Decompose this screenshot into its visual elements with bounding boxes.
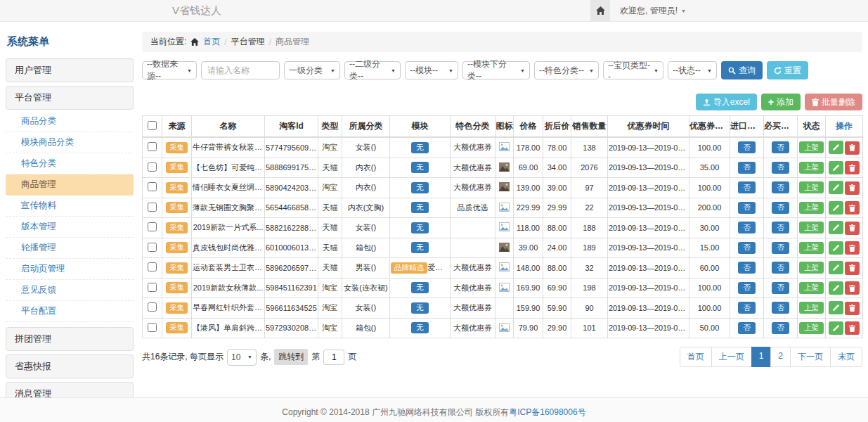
must-buy-toggle[interactable]: 否 bbox=[772, 202, 789, 214]
edit-button[interactable] bbox=[829, 321, 843, 335]
sidebar-item[interactable]: 模块商品分类 bbox=[6, 132, 134, 153]
sidebar-section-header[interactable]: 拼团管理 bbox=[6, 327, 134, 351]
filter-select[interactable]: 一级分类▼ bbox=[284, 61, 340, 79]
import-select-toggle[interactable]: 否 bbox=[738, 162, 756, 174]
icp-link[interactable]: 粤ICP备16098006号 bbox=[509, 407, 585, 417]
sidebar-item[interactable]: 商品分类 bbox=[6, 111, 134, 132]
row-checkbox[interactable] bbox=[148, 162, 157, 172]
edit-button[interactable] bbox=[829, 301, 843, 314]
status-toggle[interactable]: 上架 bbox=[799, 181, 824, 193]
row-checkbox[interactable] bbox=[148, 203, 157, 212]
must-buy-toggle[interactable]: 否 bbox=[772, 222, 789, 234]
sidebar-section-header[interactable]: 平台管理 bbox=[6, 86, 134, 110]
delete-button[interactable] bbox=[845, 262, 860, 275]
filter-select[interactable]: --模块下分类--▼ bbox=[462, 61, 530, 79]
must-buy-toggle[interactable]: 否 bbox=[772, 181, 789, 193]
pager-item[interactable]: 1 bbox=[751, 347, 772, 367]
search-button[interactable]: 查询 bbox=[721, 61, 763, 79]
import-select-toggle[interactable]: 否 bbox=[738, 202, 756, 214]
edit-button[interactable] bbox=[829, 281, 843, 295]
row-checkbox[interactable] bbox=[148, 182, 157, 191]
must-buy-toggle[interactable]: 否 bbox=[772, 262, 789, 274]
row-checkbox[interactable] bbox=[148, 222, 157, 231]
delete-button[interactable] bbox=[845, 281, 860, 295]
sidebar-item[interactable]: 版本管理 bbox=[6, 217, 134, 238]
row-checkbox[interactable] bbox=[148, 302, 157, 312]
edit-button[interactable] bbox=[829, 181, 843, 194]
status-toggle[interactable]: 上架 bbox=[799, 322, 824, 334]
filter-select[interactable]: --二级分类--▼ bbox=[344, 61, 401, 79]
filter-select[interactable]: --状态--▼ bbox=[668, 61, 717, 79]
must-buy-toggle[interactable]: 否 bbox=[772, 302, 789, 314]
status-toggle[interactable]: 上架 bbox=[799, 302, 824, 314]
delete-button[interactable] bbox=[845, 222, 860, 235]
reset-button[interactable]: 重置 bbox=[767, 61, 808, 79]
delete-button[interactable] bbox=[845, 161, 860, 174]
per-page-select[interactable]: 10 ▼ bbox=[227, 349, 257, 366]
breadcrumb-home-link[interactable]: 首页 bbox=[203, 36, 220, 48]
delete-button[interactable] bbox=[845, 321, 860, 335]
filter-select[interactable]: --宝贝类型--▼ bbox=[603, 61, 663, 79]
edit-button[interactable] bbox=[829, 141, 843, 154]
import-select-toggle[interactable]: 否 bbox=[738, 141, 756, 153]
must-buy-toggle[interactable]: 否 bbox=[772, 322, 789, 334]
edit-button[interactable] bbox=[829, 161, 843, 174]
delete-button[interactable] bbox=[845, 181, 860, 195]
import-select-toggle[interactable]: 否 bbox=[738, 262, 756, 274]
row-checkbox[interactable] bbox=[148, 243, 157, 252]
must-buy-toggle[interactable]: 否 bbox=[772, 282, 789, 294]
filter-select[interactable]: --数据来源--▼ bbox=[142, 61, 197, 79]
import-excel-button[interactable]: 导入excel bbox=[696, 94, 757, 110]
home-button[interactable] bbox=[590, 0, 610, 21]
import-select-toggle[interactable]: 否 bbox=[738, 181, 756, 193]
import-select-toggle[interactable]: 否 bbox=[738, 242, 756, 254]
select-all-checkbox[interactable] bbox=[148, 121, 157, 130]
import-select-toggle[interactable]: 否 bbox=[738, 302, 756, 314]
sidebar-item[interactable]: 轮播管理 bbox=[6, 238, 134, 259]
sidebar-item[interactable]: 意见反馈 bbox=[6, 280, 134, 301]
delete-button[interactable] bbox=[845, 141, 860, 155]
status-toggle[interactable]: 上架 bbox=[799, 162, 824, 174]
edit-button[interactable] bbox=[829, 201, 843, 215]
row-checkbox[interactable] bbox=[148, 283, 157, 292]
edit-button[interactable] bbox=[829, 221, 843, 234]
must-buy-toggle[interactable]: 否 bbox=[772, 162, 789, 174]
status-toggle[interactable]: 上架 bbox=[799, 282, 824, 294]
import-select-toggle[interactable]: 否 bbox=[738, 222, 756, 234]
sidebar-item[interactable]: 启动页管理 bbox=[6, 259, 134, 280]
pager-item[interactable]: 末页 bbox=[830, 347, 862, 367]
status-toggle[interactable]: 上架 bbox=[799, 202, 824, 214]
filter-select[interactable]: --特色分类--▼ bbox=[534, 61, 599, 79]
sidebar-item[interactable]: 商品管理 bbox=[6, 174, 134, 196]
edit-button[interactable] bbox=[829, 241, 843, 255]
pager-item[interactable]: 上一页 bbox=[711, 347, 752, 367]
sidebar-section-header[interactable]: 省惠快报 bbox=[6, 354, 134, 378]
sidebar-item[interactable]: 特色分类 bbox=[6, 153, 134, 174]
status-toggle[interactable]: 上架 bbox=[799, 262, 824, 274]
pager-item[interactable]: 下一页 bbox=[790, 347, 831, 367]
status-toggle[interactable]: 上架 bbox=[799, 222, 824, 234]
sidebar-section-header[interactable]: 用户管理 bbox=[6, 58, 134, 82]
sidebar-item[interactable]: 宣传物料 bbox=[6, 196, 134, 217]
row-checkbox[interactable] bbox=[148, 262, 157, 271]
status-toggle[interactable]: 上架 bbox=[799, 141, 824, 153]
must-buy-toggle[interactable]: 否 bbox=[772, 242, 789, 254]
delete-button[interactable] bbox=[845, 302, 860, 315]
batch-delete-button[interactable]: 批量删除 bbox=[805, 94, 862, 110]
filter-select[interactable]: --模块--▼ bbox=[405, 61, 458, 79]
pager-item[interactable]: 2 bbox=[770, 347, 791, 367]
name-search-input[interactable] bbox=[201, 61, 280, 79]
row-checkbox[interactable] bbox=[148, 323, 157, 332]
import-select-toggle[interactable]: 否 bbox=[738, 282, 756, 294]
add-button[interactable]: + 添加 bbox=[761, 94, 801, 110]
page-number-input[interactable] bbox=[323, 350, 344, 365]
edit-button[interactable] bbox=[829, 261, 843, 274]
row-checkbox[interactable] bbox=[148, 142, 157, 151]
sidebar-item[interactable]: 平台配置 bbox=[6, 301, 134, 322]
must-buy-toggle[interactable]: 否 bbox=[772, 141, 789, 153]
delete-button[interactable] bbox=[845, 241, 860, 255]
pager-item[interactable]: 首页 bbox=[680, 347, 712, 367]
sidebar-section-header[interactable]: 消息管理 bbox=[6, 382, 134, 397]
delete-button[interactable] bbox=[845, 201, 860, 215]
status-toggle[interactable]: 上架 bbox=[799, 242, 824, 254]
